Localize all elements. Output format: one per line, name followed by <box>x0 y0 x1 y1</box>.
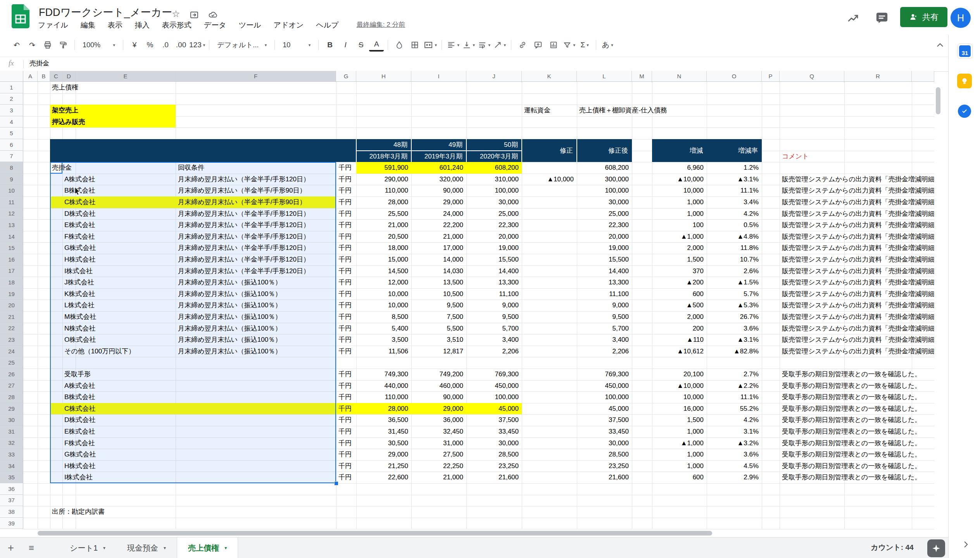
column-header-O[interactable]: O <box>707 71 762 82</box>
cell-value[interactable]: ▲110 <box>653 334 704 346</box>
collapse-toolbar-icon[interactable] <box>935 40 945 50</box>
cell-value[interactable]: 45,000 <box>467 403 519 415</box>
cell-value[interactable]: 600 <box>653 472 704 483</box>
cell-value[interactable]: 28,000 <box>357 403 408 415</box>
cell-value[interactable]: 100,000 <box>578 185 629 196</box>
cell-text[interactable]: 千円 <box>338 414 352 426</box>
cell-comment[interactable]: 販売管理システムからの出力資料「売掛金増減明細 <box>782 311 934 323</box>
cell-value[interactable]: 9,500 <box>578 311 629 323</box>
cell-value[interactable]: 6,960 <box>653 162 704 174</box>
menu-insert[interactable]: 挿入 <box>135 20 150 30</box>
cell-text[interactable]: E株式会社 <box>64 219 95 231</box>
font-size-select[interactable]: 10▾ <box>279 38 314 52</box>
row-header-20[interactable]: 20 <box>0 300 23 311</box>
cell-value[interactable]: 4.2% <box>707 208 759 220</box>
cell-value[interactable]: 30,000 <box>578 437 629 449</box>
cell-value[interactable]: 21,000 <box>412 472 463 483</box>
cell-value[interactable]: 3,400 <box>467 334 519 346</box>
cell-text[interactable]: 月末締め翌月末払い（振込100％） <box>178 346 281 357</box>
cell-value[interactable]: 14,500 <box>357 265 408 277</box>
cell-value[interactable]: 3.4% <box>707 196 759 208</box>
column-header-F[interactable]: F <box>176 71 336 82</box>
cell-value[interactable]: 4.5% <box>707 460 759 472</box>
cell-value[interactable]: 9,000 <box>467 300 519 311</box>
cell-value[interactable]: 24,000 <box>412 208 463 220</box>
cell-text[interactable]: 月末締め翌月末払い（半金半手/手形120日） <box>178 254 310 265</box>
add-sheet-button[interactable]: + <box>0 537 22 558</box>
cell-value[interactable]: 3.6% <box>707 449 759 460</box>
italic-button[interactable]: I <box>338 38 353 52</box>
cell-text[interactable]: 月末締め翌月末払い（振込100％） <box>178 323 281 334</box>
cell-value[interactable]: 33,450 <box>467 426 519 437</box>
cell-text[interactable]: 月末締め翌月末払い（振込100％） <box>178 277 281 288</box>
row-header-14[interactable]: 14 <box>0 231 23 243</box>
cell-value[interactable]: 22,300 <box>467 219 519 231</box>
row-header-31[interactable]: 31 <box>0 426 23 437</box>
last-edit-link[interactable]: 最終編集: 2 分前 <box>357 20 405 30</box>
cell-text[interactable]: 月末締め翌月末払い（半金半手/手形120日） <box>178 231 310 243</box>
cell-comment[interactable]: 受取手形の期日別管理表との一致を確認した。 <box>782 380 921 392</box>
tab-cash[interactable]: 現金預金▾ <box>116 537 177 558</box>
input-tools-button[interactable]: あ▾ <box>600 38 615 52</box>
cell-value[interactable]: 31,000 <box>412 437 463 449</box>
cell-value[interactable]: 4.2% <box>707 414 759 426</box>
menu-edit[interactable]: 編集 <box>81 20 95 30</box>
cell-value[interactable]: 37,500 <box>467 414 519 426</box>
text-rotation-button[interactable]: ▾ <box>492 38 507 52</box>
cell-value[interactable]: 10,500 <box>412 288 463 300</box>
cell-text[interactable]: 千円 <box>338 323 352 334</box>
cell-value[interactable]: 2,000 <box>653 242 704 254</box>
column-header-B[interactable]: B <box>38 71 50 82</box>
insert-chart-button[interactable] <box>546 38 561 52</box>
cell-comment[interactable]: 販売管理システムからの出力資料「売掛金増減明細 <box>782 300 934 311</box>
cell-value[interactable]: 2.6% <box>707 265 759 277</box>
cell-value[interactable]: 3.6% <box>707 323 759 334</box>
column-header-C[interactable]: C <box>50 71 62 82</box>
cell-value[interactable]: 370 <box>653 265 704 277</box>
cell-text[interactable]: F株式会社 <box>64 437 95 449</box>
increase-decimal-button[interactable]: .00 <box>174 38 188 52</box>
cell-text[interactable]: H株式会社 <box>64 460 95 472</box>
cell-value[interactable]: ▲10,000 <box>523 174 574 185</box>
cell-value[interactable]: 2,206 <box>578 346 629 357</box>
row-header-26[interactable]: 26 <box>0 369 23 380</box>
row-header-5[interactable]: 5 <box>0 127 23 139</box>
expand-panel-icon[interactable] <box>961 539 971 549</box>
row-header-8[interactable]: 8 <box>0 162 23 174</box>
cell-value[interactable]: 1,000 <box>653 449 704 460</box>
cell-text[interactable]: N株式会社 <box>64 323 95 334</box>
cell-value[interactable]: 29,000 <box>357 449 408 460</box>
cell-value[interactable]: ▲82.8% <box>707 346 759 357</box>
cell-text[interactable]: 千円 <box>338 242 352 254</box>
cell-value[interactable]: 11,506 <box>357 346 408 357</box>
cell-text[interactable]: F株式会社 <box>64 231 95 243</box>
vertical-scrollbar[interactable] <box>936 87 940 114</box>
cell-text[interactable]: G株式会社 <box>64 449 96 460</box>
menu-file[interactable]: ファイル <box>38 20 68 30</box>
cell-text[interactable]: 千円 <box>338 231 352 243</box>
cell-value[interactable]: 31,450 <box>357 426 408 437</box>
cell-value[interactable]: 10.7% <box>707 254 759 265</box>
cell-comment[interactable]: 受取手形の期日別管理表との一致を確認した。 <box>782 437 921 449</box>
cell-value[interactable]: 18,000 <box>357 242 408 254</box>
cell-text[interactable]: O株式会社 <box>64 334 96 346</box>
cell-text[interactable]: 千円 <box>338 185 352 196</box>
cell-value[interactable]: 45,000 <box>578 403 629 415</box>
cell-value[interactable]: ▲1.5% <box>707 277 759 288</box>
sheets-logo-icon[interactable] <box>12 4 29 28</box>
row-header-36[interactable]: 36 <box>0 483 23 495</box>
cell-value[interactable]: 1,000 <box>653 208 704 220</box>
row-header-25[interactable]: 25 <box>0 357 23 369</box>
cell-value[interactable]: 5,400 <box>357 323 408 334</box>
cell-text[interactable]: 月末締め翌月末払い（半金半手/手形90日） <box>178 185 306 196</box>
strikethrough-button[interactable]: S <box>354 38 368 52</box>
cell-value[interactable]: 11.1% <box>707 391 759 403</box>
decrease-decimal-button[interactable]: .0 <box>158 38 173 52</box>
cell-value[interactable]: 5,700 <box>467 323 519 334</box>
cell-value[interactable]: 5,500 <box>412 323 463 334</box>
cell-value[interactable]: 110,000 <box>357 391 408 403</box>
cell-value[interactable]: 90,000 <box>412 391 463 403</box>
cell-text[interactable]: 千円 <box>338 460 352 472</box>
cell-text[interactable]: 月末締め翌月末払い（半金半手/手形120日） <box>178 174 310 185</box>
cell-value[interactable]: 21,250 <box>357 460 408 472</box>
